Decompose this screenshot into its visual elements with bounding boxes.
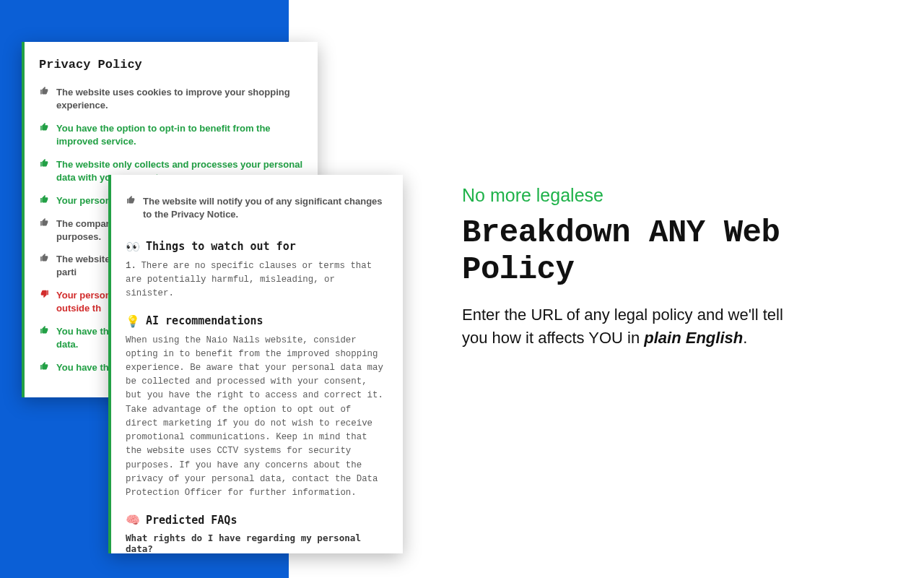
thumb-up-icon — [39, 253, 49, 279]
watch-section-heading: 👀 Things to watch out for — [126, 240, 388, 254]
watch-item-text: There are no specific clauses or terms t… — [126, 261, 372, 298]
thumb-up-icon — [126, 195, 136, 221]
hero-sub-emph: plain English — [644, 329, 743, 347]
policy-item: The website will notify you of any signi… — [126, 191, 388, 227]
thumb-up-icon — [39, 361, 49, 374]
thumb-down-icon — [39, 289, 49, 315]
thumb-up-icon — [39, 325, 49, 351]
faq-heading-text: Predicted FAQs — [146, 514, 237, 527]
hero-copy: No more legalese Breakdown ANY Web Polic… — [462, 185, 852, 350]
thumb-up-icon — [39, 158, 49, 184]
ai-heading-text: AI recommendations — [146, 314, 263, 327]
ai-recommendation-body: When using the Naio Nails website, consi… — [126, 334, 388, 501]
brain-icon: 🧠 — [126, 513, 140, 527]
policy-item-text: The website will notify you of any signi… — [143, 195, 388, 221]
watch-heading-text: Things to watch out for — [146, 240, 296, 253]
policy-card-front: The website will notify you of any signi… — [108, 175, 403, 553]
policy-item-text: The website uses cookies to improve your… — [56, 86, 303, 112]
faq-question: What rights do I have regarding my perso… — [126, 532, 388, 553]
faq-section-heading: 🧠 Predicted FAQs — [126, 513, 388, 527]
thumb-up-icon — [39, 122, 49, 148]
policy-item: You have the option to opt-in to benefit… — [39, 118, 303, 154]
lightbulb-icon: 💡 — [126, 314, 140, 328]
hero-eyebrow: No more legalese — [462, 185, 852, 206]
watch-item: 1. There are no specific clauses or term… — [126, 259, 388, 301]
hero-sub-post: . — [743, 329, 747, 347]
policy-item: The website uses cookies to improve your… — [39, 82, 303, 118]
policy-title: Privacy Policy — [39, 58, 303, 72]
hero-headline: Breakdown ANY Web Policy — [462, 215, 852, 288]
ai-section-heading: 💡 AI recommendations — [126, 314, 388, 328]
thumb-up-icon — [39, 194, 49, 207]
policy-item-text: You have the option to opt-in to benefit… — [56, 122, 303, 148]
thumb-up-icon — [39, 217, 49, 243]
thumb-up-icon — [39, 86, 49, 112]
list-number: 1. — [126, 259, 136, 273]
hero-subtext: Enter the URL of any legal policy and we… — [462, 303, 801, 350]
eyes-icon: 👀 — [126, 240, 140, 254]
